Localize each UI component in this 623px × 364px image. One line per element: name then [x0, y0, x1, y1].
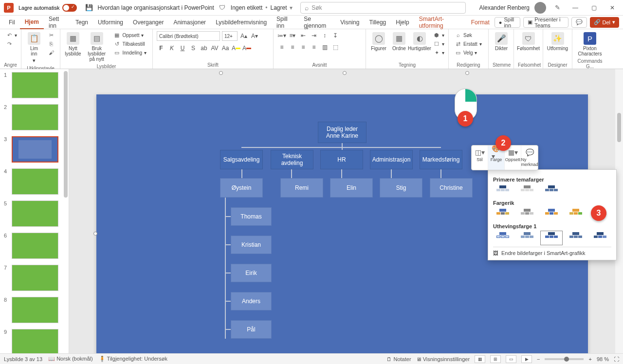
highlight-button[interactable]: A — [232, 44, 240, 53]
org-node-s2[interactable]: Kristian — [231, 236, 272, 254]
maximize-button[interactable]: ▢ — [587, 2, 601, 14]
layout-button[interactable]: ▦Oppsett ▾ — [111, 31, 148, 39]
tab-transitions[interactable]: Overganger — [128, 16, 168, 29]
comments-button[interactable]: 💬 — [571, 17, 587, 28]
underline-button[interactable]: U — [178, 44, 187, 53]
shape-outline-button[interactable]: ☐▾ — [431, 40, 446, 48]
colorful-swatch-3[interactable] — [542, 209, 561, 220]
tab-animations[interactable]: Animasjoner — [168, 16, 211, 29]
colorful-swatch-1[interactable] — [493, 209, 513, 220]
align-center-button[interactable]: ≡ — [288, 43, 297, 52]
theme-swatch-1[interactable] — [493, 185, 513, 197]
replace-button[interactable]: ⇄Erstatt ▾ — [453, 40, 484, 48]
accessibility-status[interactable]: 🧍 Tilgjengelighet: Undersøk — [99, 356, 167, 362]
save-icon[interactable]: 💾 — [85, 3, 93, 12]
shape-effects-button[interactable]: ✦▾ — [431, 49, 446, 56]
accent-swatch-5[interactable] — [590, 232, 610, 244]
font-name-combo[interactable]: Calibri (Brødtekst) — [157, 31, 220, 41]
zoom-value[interactable]: 98 % — [597, 356, 609, 362]
change-picture-colors[interactable]: 🖼 Endre bildefarger i SmartArt-grafikk — [493, 247, 611, 256]
pixton-button[interactable]: PPixton Characters — [576, 31, 604, 57]
bold-button[interactable]: F — [157, 44, 165, 53]
close-button[interactable]: ✕ — [605, 2, 619, 14]
bullets-button[interactable]: ≔▾ — [277, 31, 286, 40]
slide-thumb-7[interactable]: 7 — [0, 262, 69, 294]
sorter-view-button[interactable]: ⊞ — [490, 355, 501, 363]
avatar[interactable] — [534, 2, 546, 14]
slide-thumb-3[interactable]: 3 — [0, 133, 69, 165]
columns-button[interactable]: ▥ — [320, 43, 329, 52]
share-button[interactable]: 🔗 Del ▾ — [590, 17, 620, 28]
zoom-in-button[interactable]: + — [588, 356, 591, 362]
tab-draw[interactable]: Tegn — [71, 16, 93, 29]
indent-right-button[interactable]: ⇥ — [310, 31, 318, 40]
numbering-button[interactable]: ≡▾ — [288, 31, 297, 40]
slideshow-view-button[interactable]: ▶ — [521, 355, 532, 363]
shape-fill-button[interactable]: ⬢▾ — [431, 31, 446, 39]
accent-swatch-2[interactable] — [517, 232, 537, 244]
slide-counter[interactable]: Lysbilde 3 av 13 — [4, 356, 42, 362]
tab-review[interactable]: Se gjennom — [299, 16, 335, 29]
slides-scrollbar[interactable] — [64, 71, 68, 256]
slide-thumb-4[interactable]: 4 — [0, 165, 69, 198]
select-button[interactable]: ▭Velg ▾ — [453, 49, 479, 56]
designer-button[interactable]: ✨Utforming — [547, 31, 568, 52]
copy-button[interactable]: ⎘ — [46, 40, 56, 48]
increase-font-icon[interactable]: A▴ — [239, 32, 248, 40]
autosave-toggle[interactable]: Lagre automatisk — [18, 4, 77, 12]
org-node-d2[interactable]: Teknisk avdeling — [271, 150, 313, 169]
tab-smartart[interactable]: SmartArt-utforming — [414, 16, 466, 29]
pen-icon[interactable]: ✎ — [553, 3, 562, 12]
selection-handle[interactable] — [465, 71, 469, 75]
org-node-s5[interactable]: Pål — [231, 320, 272, 339]
justify-button[interactable]: ≡ — [310, 43, 318, 52]
notes-button[interactable]: 🗒 Notater — [386, 356, 411, 362]
org-node-ceo[interactable]: Daglig leder Anne Karine — [318, 122, 366, 143]
display-settings-button[interactable]: 🖥 Visningsinnstillinger — [416, 356, 470, 362]
theme-swatch-3[interactable] — [542, 185, 561, 197]
org-node-p1[interactable]: Øystein — [220, 178, 263, 198]
text-direction-button[interactable]: ↧ — [331, 31, 340, 40]
zoom-slider[interactable] — [545, 358, 584, 360]
align-left-button[interactable]: ≡ — [277, 43, 286, 52]
spacing-button[interactable]: AV — [210, 44, 219, 53]
org-node-s3[interactable]: Eirik — [231, 264, 272, 282]
zoom-out-button[interactable]: − — [537, 356, 540, 362]
theme-swatch-2[interactable] — [517, 185, 537, 197]
reuse-slides-button[interactable]: ▤Bruk lysbilder på nytt — [85, 31, 109, 63]
org-node-p2[interactable]: Remi — [280, 178, 323, 198]
tab-help[interactable]: Hjelp — [391, 16, 414, 29]
paste-button[interactable]: 📋Lim inn▾ — [25, 31, 43, 65]
tab-record[interactable]: Spill inn — [272, 16, 299, 29]
format-painter-button[interactable]: 🖌 — [46, 49, 56, 56]
org-node-s1[interactable]: Thomas — [231, 207, 272, 226]
slide-thumb-8[interactable]: 8 — [0, 294, 69, 326]
slide-thumb-9[interactable]: 9 — [0, 326, 69, 353]
font-size-combo[interactable]: 12+ — [222, 31, 238, 41]
tab-home[interactable]: Hjem — [20, 16, 44, 29]
case-button[interactable]: Aa — [221, 44, 230, 53]
indent-left-button[interactable]: ⇤ — [299, 31, 308, 40]
mini-comment-button[interactable]: 💬Ny merknad — [521, 146, 538, 170]
decrease-font-icon[interactable]: A▾ — [250, 32, 259, 40]
slide-thumb-6[interactable]: 6 — [0, 230, 69, 262]
cut-button[interactable]: ✂ — [46, 31, 56, 39]
accent-swatch-4[interactable] — [566, 232, 586, 244]
org-node-d5[interactable]: Markedsføring — [420, 150, 462, 169]
slide-thumb-1[interactable]: 1 — [0, 69, 69, 101]
shadow-button[interactable]: ab — [200, 44, 208, 53]
sensitivity-button[interactable]: 🛡Følsomhet — [518, 31, 539, 52]
selection-handle[interactable] — [93, 232, 97, 236]
strike-button[interactable]: S — [189, 44, 198, 53]
accent-swatch-1[interactable] — [493, 232, 513, 244]
line-spacing-button[interactable]: ↕ — [320, 31, 329, 40]
selection-handle[interactable] — [219, 71, 223, 75]
org-node-p3[interactable]: Elin — [330, 178, 373, 198]
section-button[interactable]: ▭Inndeling ▾ — [111, 49, 148, 56]
tab-insert[interactable]: Sett inn — [44, 16, 71, 29]
org-node-p5[interactable]: Christine — [430, 178, 473, 198]
redo-button[interactable]: ↷ — [4, 40, 15, 48]
org-node-d4[interactable]: Administrasjon — [370, 150, 413, 169]
fit-window-button[interactable]: ⛶ — [614, 356, 619, 362]
align-right-button[interactable]: ≡ — [299, 43, 308, 52]
